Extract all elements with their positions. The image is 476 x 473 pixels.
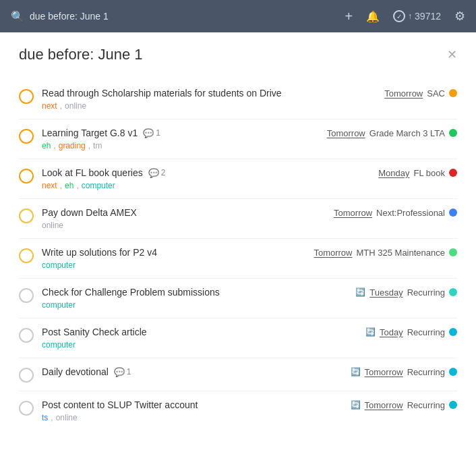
task-main-row: Read through Scholarship materials for s… — [42, 88, 457, 99]
task-project-dot — [449, 169, 457, 177]
task-main-row: Look at FL book queries 💬 2 Monday FL bo… — [42, 167, 457, 178]
score-arrow: ↑ — [408, 11, 412, 21]
task-title[interactable]: Post content to SLUP Twitter account — [42, 399, 198, 410]
task-item: Check for Challenge Problem submissions … — [19, 279, 457, 318]
task-main-row: Write up solutions for P2 v4 Tomorrow MT… — [42, 247, 457, 258]
task-checkbox[interactable] — [19, 129, 34, 144]
task-title[interactable]: Learning Target G.8 v1 — [42, 128, 138, 138]
task-due-date[interactable]: Tomorrow — [384, 88, 423, 99]
task-title[interactable]: Write up solutions for P2 v4 — [42, 247, 157, 258]
task-project[interactable]: Recurring — [407, 287, 445, 298]
task-tags: computer — [42, 260, 457, 270]
tag-eh[interactable]: eh — [65, 181, 73, 190]
tag-online[interactable]: online — [65, 101, 86, 111]
recurring-icon: 🔄 — [365, 327, 376, 337]
tag-grading[interactable]: grading — [59, 141, 86, 150]
task-project[interactable]: SAC — [427, 88, 445, 99]
task-checkbox[interactable] — [19, 401, 34, 416]
task-tags: next, online — [42, 101, 457, 111]
task-title-area: Learning Target G.8 v1 💬 1 — [42, 128, 322, 138]
task-project-dot — [449, 208, 457, 217]
task-project-dot — [449, 89, 457, 97]
task-title-area: Look at FL book queries 💬 2 — [42, 167, 373, 178]
task-title-area: Post Sanity Check article — [42, 327, 360, 337]
task-title[interactable]: Look at FL book queries — [42, 167, 143, 178]
task-checkbox[interactable] — [19, 328, 34, 343]
task-project[interactable]: MTH 325 Maintenance — [356, 248, 445, 258]
task-title-area: Read through Scholarship materials for s… — [42, 88, 379, 99]
task-project[interactable]: Next:Professional — [376, 208, 445, 218]
search-query: due before: June 1 — [30, 11, 109, 22]
task-due-date[interactable]: Tuesday — [369, 287, 403, 298]
topbar: 🔍 due before: June 1 + 🔔 ✓ ↑ 39712 ⚙ — [0, 0, 476, 32]
tag-computer[interactable]: computer — [82, 181, 115, 190]
add-button[interactable]: + — [345, 9, 353, 24]
task-checkbox[interactable] — [19, 368, 34, 383]
tag-online[interactable]: online — [42, 221, 63, 230]
task-project[interactable]: Recurring — [407, 367, 445, 377]
task-main-row: Post content to SLUP Twitter account 🔄 T… — [42, 399, 457, 410]
task-meta: Monday FL book — [378, 168, 457, 178]
tag-next[interactable]: next — [42, 181, 57, 190]
task-due-date[interactable]: Tomorrow — [334, 208, 372, 218]
task-due-date[interactable]: Tomorrow — [365, 367, 403, 377]
task-checkbox[interactable] — [19, 288, 34, 303]
comment-count: 2 — [161, 168, 166, 177]
tag-online[interactable]: online — [56, 413, 78, 422]
task-project-dot — [449, 368, 457, 376]
comment-badge: 💬 1 — [114, 367, 131, 377]
task-checkbox[interactable] — [19, 208, 34, 223]
task-due-date[interactable]: Tomorrow — [327, 128, 365, 138]
tag-separator: , — [76, 181, 78, 190]
score-value: 39712 — [415, 11, 441, 22]
tag-next[interactable]: next — [42, 101, 57, 111]
task-item: Write up solutions for P2 v4 Tomorrow MT… — [19, 239, 457, 279]
task-main-row: Learning Target G.8 v1 💬 1 Tomorrow Grad… — [42, 128, 457, 138]
task-content: Post Sanity Check article 🔄 Today Recurr… — [42, 327, 457, 350]
task-checkbox[interactable] — [19, 169, 34, 184]
task-due-date[interactable]: Tomorrow — [365, 400, 403, 410]
tag-separator: , — [60, 181, 62, 190]
tag-separator: , — [51, 413, 53, 422]
task-project[interactable]: Grade March 3 LTA — [369, 128, 445, 138]
task-tags: online — [42, 221, 457, 230]
task-item: Look at FL book queries 💬 2 Monday FL bo… — [19, 159, 457, 199]
task-title-area: Check for Challenge Problem submissions — [42, 287, 350, 298]
task-project[interactable]: Recurring — [407, 327, 445, 337]
close-icon[interactable]: ✕ — [447, 47, 457, 62]
task-due-date[interactable]: Tomorrow — [314, 248, 352, 258]
topbar-actions: + 🔔 ✓ ↑ 39712 ⚙ — [345, 9, 465, 24]
task-checkbox[interactable] — [19, 248, 34, 263]
task-title[interactable]: Pay down Delta AMEX — [42, 207, 137, 218]
task-meta: Tomorrow SAC — [384, 88, 457, 99]
task-tags: eh, grading, tm — [42, 141, 457, 150]
tag-computer[interactable]: computer — [42, 340, 76, 350]
task-due-date[interactable]: Monday — [378, 168, 409, 178]
task-title[interactable]: Read through Scholarship materials for s… — [42, 88, 282, 99]
task-title[interactable]: Daily devotional — [42, 366, 109, 377]
tag-ts[interactable]: ts — [42, 413, 48, 422]
task-meta: 🔄 Today Recurring — [365, 327, 457, 337]
notifications-icon[interactable]: 🔔 — [366, 10, 380, 23]
task-meta: Tomorrow Next:Professional — [334, 208, 457, 218]
tag-computer[interactable]: computer — [42, 260, 76, 270]
settings-icon[interactable]: ⚙ — [454, 9, 465, 24]
task-project-dot — [449, 328, 457, 336]
comment-badge: 💬 1 — [143, 128, 160, 138]
task-title[interactable]: Check for Challenge Problem submissions — [42, 287, 220, 298]
task-tags: computer — [42, 340, 457, 350]
task-project-dot — [449, 288, 457, 296]
task-project[interactable]: Recurring — [407, 400, 445, 410]
task-checkbox[interactable] — [19, 89, 34, 104]
tag-eh[interactable]: eh — [42, 141, 51, 150]
task-tags: computer — [42, 300, 457, 310]
tag-computer[interactable]: computer — [42, 300, 76, 310]
task-main-row: Post Sanity Check article 🔄 Today Recurr… — [42, 327, 457, 337]
search-icon: 🔍 — [11, 10, 24, 23]
task-project[interactable]: FL book — [414, 168, 446, 178]
task-tags: ts, online — [42, 413, 457, 422]
tag-tm[interactable]: tm — [93, 141, 102, 150]
comment-icon: 💬 — [114, 367, 125, 377]
task-due-date[interactable]: Today — [380, 327, 403, 337]
task-title[interactable]: Post Sanity Check article — [42, 327, 147, 337]
